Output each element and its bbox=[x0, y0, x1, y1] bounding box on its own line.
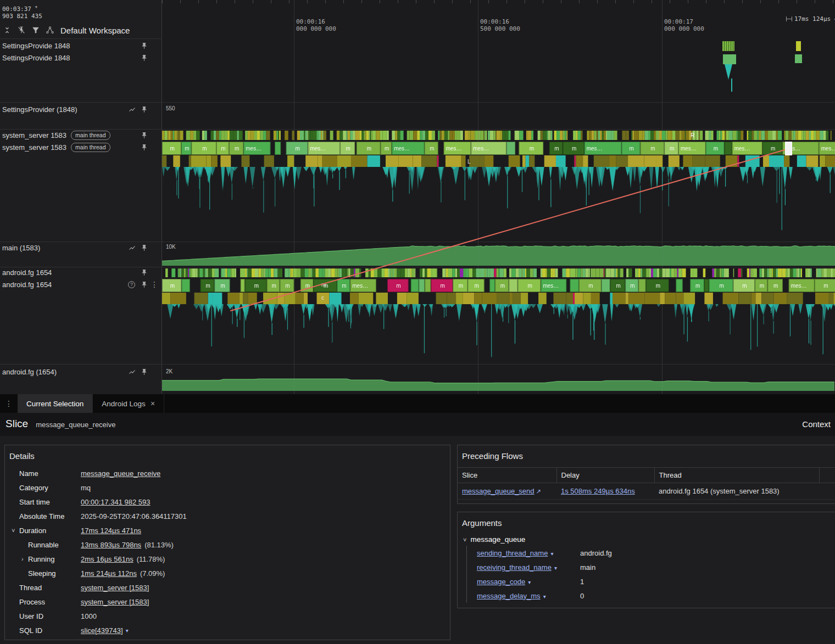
flows-col-delay: Delay bbox=[556, 468, 654, 483]
slice[interactable] bbox=[723, 54, 736, 64]
argument-row: message_code▾ 1 bbox=[467, 574, 835, 589]
sleeping-link[interactable]: 1ms 214µs 112ns bbox=[81, 569, 137, 578]
slice[interactable] bbox=[796, 41, 801, 51]
flows-col-thread: Thread bbox=[654, 468, 819, 483]
slice[interactable] bbox=[795, 54, 802, 63]
track-canvas-main-counter[interactable] bbox=[162, 242, 835, 267]
flows-row: message_queue_send↗ 1s 508ms 249µs 634ns… bbox=[458, 483, 835, 500]
track-row-main-process[interactable]: main (1583) bbox=[0, 240, 162, 255]
tab-android-logs[interactable]: Android Logs × bbox=[93, 394, 164, 413]
flow-delay-link[interactable]: 1s 508ms 249µs 634ns bbox=[561, 487, 635, 495]
track-canvas-systemserver-sched[interactable] bbox=[162, 130, 835, 141]
detail-row-running: › Running 2ms 16µs 561ns (11.78%) bbox=[5, 552, 450, 566]
chart-icon[interactable] bbox=[127, 367, 136, 376]
pin-icon[interactable] bbox=[140, 243, 148, 252]
pin-icon[interactable] bbox=[140, 268, 148, 277]
pin-icon[interactable] bbox=[140, 367, 148, 376]
argument-row: sending_thread_name▾ android.fg bbox=[467, 546, 835, 560]
track-canvas-systemserver-main[interactable] bbox=[162, 142, 835, 242]
detail-row-name: Name message_queue_receive bbox=[5, 466, 450, 480]
expander-collapsed-icon[interactable]: › bbox=[21, 556, 24, 562]
pin-icon[interactable] bbox=[140, 53, 148, 62]
expander-expanded-icon[interactable]: ˅ bbox=[12, 527, 15, 534]
dropdown-icon[interactable]: ▾ bbox=[126, 628, 129, 634]
track-canvas-androidfg-sched[interactable] bbox=[162, 267, 835, 278]
unpin-all-icon[interactable] bbox=[16, 26, 26, 35]
track-row-settingsprovider-2[interactable]: SettingsProvide 1848 bbox=[0, 52, 162, 64]
chart-icon[interactable] bbox=[127, 105, 136, 114]
track-row-androidfg-process[interactable]: android.fg (1654) bbox=[0, 365, 162, 379]
flows-col-slice: Slice bbox=[458, 468, 556, 483]
arg-value: main bbox=[580, 563, 595, 572]
slice-name-link[interactable]: message_queue_receive bbox=[81, 469, 160, 478]
dropdown-icon[interactable]: ▾ bbox=[528, 579, 531, 585]
pin-icon[interactable] bbox=[140, 143, 148, 152]
detail-row-thread: Thread system_server [1583] bbox=[5, 580, 450, 595]
drawer-kebab-icon[interactable]: ⋮ bbox=[0, 394, 18, 413]
argument-children: sending_thread_name▾ android.fg receivin… bbox=[466, 546, 835, 603]
preceding-flows-title: Preceding Flows bbox=[458, 445, 835, 466]
details-panel: Details Name message_queue_receive Categ… bbox=[4, 445, 450, 640]
pin-icon[interactable] bbox=[140, 105, 148, 114]
thread-link[interactable]: system_server [1583] bbox=[81, 584, 149, 592]
flame-marker[interactable] bbox=[725, 64, 732, 80]
arg-key-link[interactable]: message_delay_ms bbox=[477, 592, 541, 600]
chart-icon[interactable] bbox=[127, 243, 136, 252]
flow-slice-link[interactable]: message_queue_send bbox=[462, 487, 535, 495]
selection-header: Slice message_queue_receive Context bbox=[0, 413, 835, 436]
track-canvas-androidfg-main[interactable] bbox=[162, 279, 835, 363]
timeline-area[interactable]: 00:00:16000 000 000 00:00:16500 000 000 … bbox=[162, 0, 835, 394]
flow-thread: android.fg 1654 (system_server 1583) bbox=[659, 487, 780, 495]
arg-key-link[interactable]: sending_thread_name bbox=[477, 549, 548, 557]
sql-id-link[interactable]: slice[439743] bbox=[81, 626, 123, 635]
track-row-androidfg-2[interactable]: android.fg 1654 ? ⋮ bbox=[0, 278, 162, 290]
tab-current-selection[interactable]: Current Selection bbox=[18, 394, 93, 413]
track-row-settingsprovider-process[interactable]: SettingsProvider (1848) bbox=[0, 102, 162, 116]
dropdown-icon[interactable]: ▾ bbox=[550, 551, 553, 557]
collapse-all-icon[interactable] bbox=[2, 26, 12, 35]
track-separator bbox=[162, 102, 835, 103]
detail-row-start-time: Start time 00:00:17.341 982 593 bbox=[5, 495, 450, 509]
ruler-tick: 00:00:16500 000 000 bbox=[480, 4, 520, 47]
close-icon[interactable]: × bbox=[151, 399, 155, 408]
separator bbox=[0, 38, 162, 39]
detail-row-runnable: Runnable 13ms 893µs 798ns (81.13%) bbox=[5, 537, 450, 552]
filter-icon[interactable] bbox=[31, 26, 40, 35]
process-link[interactable]: system_server [1583] bbox=[81, 598, 149, 606]
track-row-androidfg-1[interactable]: android.fg 1654 bbox=[0, 266, 162, 278]
start-time-link[interactable]: 00:00:17.341 982 593 bbox=[81, 498, 151, 506]
dropdown-icon[interactable]: ▾ bbox=[554, 565, 557, 571]
workspace-name[interactable]: Default Workspace bbox=[60, 26, 130, 35]
arg-key-link[interactable]: receiving_thread_name bbox=[477, 563, 552, 572]
main-thread-chip: main thread bbox=[71, 131, 110, 140]
tab-bar: ⋮ Current Selection Android Logs × bbox=[0, 394, 835, 413]
pin-icon[interactable] bbox=[140, 280, 148, 289]
detail-row-category: Category mq bbox=[5, 480, 450, 495]
dropdown-icon[interactable]: ▾ bbox=[543, 593, 546, 600]
running-link[interactable]: 2ms 16µs 561ns bbox=[81, 555, 133, 563]
workspace-icon[interactable] bbox=[45, 26, 54, 35]
argument-root[interactable]: ˅ message_queue bbox=[458, 533, 835, 546]
pin-icon[interactable] bbox=[140, 41, 148, 50]
runnable-link[interactable]: 13ms 893µs 798ns bbox=[81, 541, 141, 549]
detail-row-duration: ˅ Duration 17ms 124µs 471ns bbox=[5, 523, 450, 537]
track-row-systemserver-1[interactable]: system_server 1583 main thread bbox=[0, 130, 162, 141]
help-icon[interactable]: ? bbox=[128, 281, 135, 288]
workspace-toolbar: Default Workspace bbox=[2, 24, 130, 37]
arg-key-link[interactable]: message_code bbox=[477, 578, 525, 586]
duration-link[interactable]: 17ms 124µs 471ns bbox=[81, 527, 141, 535]
open-external-icon[interactable]: ↗ bbox=[536, 488, 541, 495]
kebab-menu-icon[interactable]: ⋮ bbox=[150, 280, 159, 289]
track-row-settingsprovider-1[interactable]: SettingsProvide 1848 bbox=[0, 40, 162, 52]
slice[interactable] bbox=[722, 41, 734, 51]
pin-icon[interactable] bbox=[140, 131, 148, 140]
track-row-systemserver-2[interactable]: system_server 1583 main thread bbox=[0, 142, 162, 153]
context-button[interactable]: Context bbox=[802, 419, 831, 429]
expander-expanded-icon[interactable]: ˅ bbox=[463, 536, 466, 543]
selection-kind: Slice bbox=[5, 418, 28, 430]
track-canvas-androidfg-counter[interactable] bbox=[162, 365, 835, 394]
main-thread-chip: main thread bbox=[71, 143, 110, 152]
argument-row: message_delay_ms▾ 0 bbox=[467, 589, 835, 603]
selected-slice-highlight[interactable] bbox=[785, 142, 792, 155]
arg-value: 0 bbox=[580, 592, 584, 600]
